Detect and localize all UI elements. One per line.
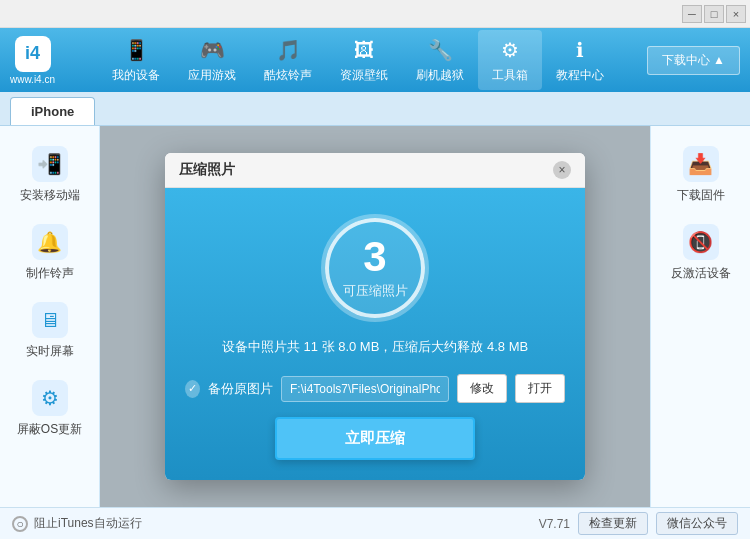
sidebar-make-ringtone[interactable]: 🔔 制作铃声 [0,214,99,292]
itunes-status-icon: ○ [12,516,28,532]
itunes-label: 阻止iTunes自动运行 [34,515,142,532]
download-center-label: 下载中心 ▲ [662,52,725,69]
check-update-button[interactable]: 检查更新 [578,512,648,535]
check-icon: ✓ [185,380,200,398]
modal-title: 压缩照片 [179,161,235,179]
modal-body: 3 可压缩照片 设备中照片共 11 张 8.0 MB，压缩后大约释放 4.8 M… [165,188,585,480]
make-ringtone-label: 制作铃声 [26,265,74,282]
logo: i4 www.i4.cn [10,36,55,85]
nav-jailbreak[interactable]: 🔧 刷机越狱 [402,30,478,90]
nav-wallpaper[interactable]: 🖼 资源壁纸 [326,30,402,90]
bottom-bar: ○ 阻止iTunes自动运行 V7.71 检查更新 微信公众号 [0,507,750,539]
nav-my-device[interactable]: 📱 我的设备 [98,30,174,90]
realtime-screen-label: 实时屏幕 [26,343,74,360]
right-download-firmware[interactable]: 📥 下载固件 [651,136,750,214]
modal-header: 压缩照片 × [165,153,585,188]
sidebar-realtime-screen[interactable]: 🖥 实时屏幕 [0,292,99,370]
compress-photos-modal: 压缩照片 × 3 可压缩照片 设备中照片共 11 张 8.0 MB，压缩后大约释… [165,153,585,480]
download-center-button[interactable]: 下载中心 ▲ [647,46,740,75]
jailbreak-icon: 🔧 [426,36,454,64]
make-ringtone-icon: 🔔 [32,224,68,260]
sidebar-update-os[interactable]: ⚙ 屏蔽OS更新 [0,370,99,448]
nav-ringtones-label: 酷炫铃声 [264,67,312,84]
center-area: 压缩照片 × 3 可压缩照片 设备中照片共 11 张 8.0 MB，压缩后大约释… [100,126,650,507]
update-os-icon: ⚙ [32,380,68,416]
nav-items: 📱 我的设备 🎮 应用游戏 🎵 酷炫铃声 🖼 资源壁纸 🔧 刷机越狱 ⚙ 工具箱… [70,30,647,90]
nav-jailbreak-label: 刷机越狱 [416,67,464,84]
wallpaper-icon: 🖼 [350,36,378,64]
compress-count-label: 可压缩照片 [343,282,408,300]
nav-tutorials-label: 教程中心 [556,67,604,84]
nav-tools-label: 工具箱 [492,67,528,84]
nav-wallpaper-label: 资源壁纸 [340,67,388,84]
minimize-button[interactable]: ─ [682,5,702,23]
tab-bar: iPhone [0,92,750,126]
apps-games-icon: 🎮 [198,36,226,64]
compress-now-button[interactable]: 立即压缩 [275,417,475,460]
my-device-icon: 📱 [122,36,150,64]
ringtones-icon: 🎵 [274,36,302,64]
nav-apps-games[interactable]: 🎮 应用游戏 [174,30,250,90]
close-button[interactable]: × [726,5,746,23]
deactivate-device-icon: 📵 [683,224,719,260]
backup-path-row: ✓ 备份原图片 修改 打开 [185,374,565,403]
download-firmware-label: 下载固件 [677,187,725,204]
version-label: V7.71 [539,517,570,531]
title-bar: ─ □ × [0,0,750,28]
right-sidebar: 📥 下载固件 📵 反激活设备 [650,126,750,507]
nav-tutorials[interactable]: ℹ 教程中心 [542,30,618,90]
nav-ringtones[interactable]: 🎵 酷炫铃声 [250,30,326,90]
right-deactivate-device[interactable]: 📵 反激活设备 [651,214,750,292]
maximize-button[interactable]: □ [704,5,724,23]
count-circle: 3 可压缩照片 [325,218,425,318]
tutorials-icon: ℹ [566,36,594,64]
realtime-screen-icon: 🖥 [32,302,68,338]
compress-count: 3 [363,236,386,278]
top-nav: i4 www.i4.cn 📱 我的设备 🎮 应用游戏 🎵 酷炫铃声 🖼 资源壁纸… [0,28,750,92]
logo-subtitle: www.i4.cn [10,74,55,85]
open-button[interactable]: 打开 [515,374,565,403]
left-sidebar: 📲 安装移动端 🔔 制作铃声 🖥 实时屏幕 ⚙ 屏蔽OS更新 [0,126,100,507]
window-controls: ─ □ × [682,5,746,23]
install-mobile-icon: 📲 [32,146,68,182]
bottom-right: V7.71 检查更新 微信公众号 [539,512,738,535]
modal-info-text: 设备中照片共 11 张 8.0 MB，压缩后大约释放 4.8 MB [222,338,528,356]
wechat-button[interactable]: 微信公众号 [656,512,738,535]
tab-iphone[interactable]: iPhone [10,97,95,125]
main-content: 📲 安装移动端 🔔 制作铃声 🖥 实时屏幕 ⚙ 屏蔽OS更新 压缩照片 × [0,126,750,507]
nav-apps-games-label: 应用游戏 [188,67,236,84]
logo-icon: i4 [15,36,51,72]
backup-label: 备份原图片 [208,380,273,398]
modal-close-button[interactable]: × [553,161,571,179]
deactivate-device-label: 反激活设备 [671,265,731,282]
bottom-left: ○ 阻止iTunes自动运行 [12,515,142,532]
modify-button[interactable]: 修改 [457,374,507,403]
tools-icon: ⚙ [496,36,524,64]
sidebar-install-mobile[interactable]: 📲 安装移动端 [0,136,99,214]
install-mobile-label: 安装移动端 [20,187,80,204]
update-os-label: 屏蔽OS更新 [17,421,82,438]
modal-overlay: 压缩照片 × 3 可压缩照片 设备中照片共 11 张 8.0 MB，压缩后大约释… [100,126,650,507]
backup-path-input[interactable] [281,376,449,402]
nav-tools[interactable]: ⚙ 工具箱 [478,30,542,90]
nav-my-device-label: 我的设备 [112,67,160,84]
download-firmware-icon: 📥 [683,146,719,182]
